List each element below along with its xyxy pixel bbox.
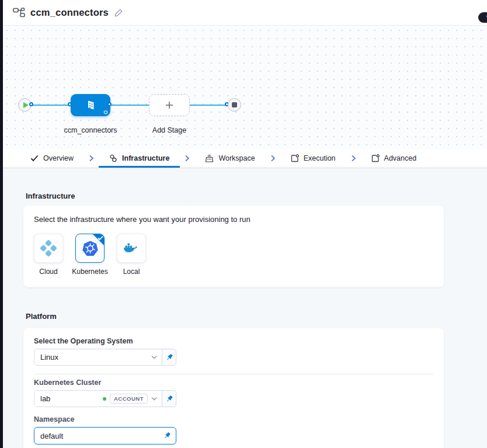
connector-status-dot [103, 397, 106, 401]
conditional-execution-icon [103, 110, 108, 114]
os-runtime-pin-button[interactable] [162, 349, 176, 365]
namespace-field-label: Namespace [34, 415, 433, 423]
advanced-icon [371, 154, 380, 162]
stage-in-port [68, 102, 72, 106]
tab-infrastructure[interactable]: Infrastructure [98, 149, 181, 168]
cluster-select[interactable]: lab ACCOUNT [34, 391, 162, 407]
start-port [29, 102, 33, 106]
execution-icon [291, 154, 299, 162]
infra-option-cloud[interactable]: Cloud [34, 234, 63, 276]
workspace-icon [205, 154, 214, 162]
chevron-right-icon [89, 155, 94, 162]
os-select-group: Linux [34, 349, 176, 366]
infrastructure-card: Select the infrastructure where you want… [23, 206, 444, 287]
chevron-right-icon [185, 155, 190, 162]
scope-badge: ACCOUNT [110, 394, 148, 404]
add-stage-label: Add Stage [146, 126, 193, 134]
stop-icon [232, 102, 237, 107]
play-icon [23, 102, 29, 108]
pin-icon [163, 432, 171, 440]
pipeline-canvas[interactable]: ccm_connectors Add Stage [3, 26, 487, 149]
chevron-right-icon [351, 155, 356, 162]
docker-icon [123, 242, 140, 255]
stage-node-ccm-connectors[interactable] [71, 94, 110, 116]
infrastructure-options: Cloud [34, 234, 433, 276]
platform-section-title: Platform [26, 312, 57, 321]
pipeline-header: ccm_connectors VISUAL [3, 0, 487, 26]
pipeline-icon [13, 8, 25, 18]
infrastructure-prompt: Select the infrastructure where you want… [34, 215, 433, 224]
namespace-input[interactable]: default [34, 427, 176, 444]
stage-type-icon [84, 98, 98, 112]
pin-icon [165, 353, 173, 362]
visual-yaml-toggle[interactable]: VISUAL [478, 12, 487, 23]
chevron-right-icon [270, 155, 276, 162]
stage-out-port [107, 102, 112, 106]
pin-icon [165, 395, 173, 403]
plus-icon [164, 100, 175, 110]
infrastructure-icon [109, 154, 117, 162]
chevron-down-icon [151, 397, 157, 401]
cloud-icon [40, 239, 57, 257]
platform-card: Select the Operating System Linux K [23, 328, 444, 448]
pipeline-end-node[interactable] [228, 98, 241, 112]
stage-config-tabbar: Overview Infrastructure Workspace Execut… [3, 149, 487, 168]
infrastructure-section-title: Infrastructure [26, 192, 75, 200]
cluster-runtime-pin-button[interactable] [162, 391, 176, 407]
selected-check-icon [93, 234, 104, 245]
tab-workspace[interactable]: Workspace [193, 149, 266, 168]
infra-option-kubernetes[interactable]: Kubernetes [75, 234, 105, 276]
edit-pipeline-icon[interactable] [114, 8, 123, 17]
infra-option-local[interactable]: Local [117, 234, 146, 276]
tab-advanced[interactable]: Advanced [360, 149, 429, 168]
namespace-runtime-pin-button[interactable] [162, 432, 172, 440]
cluster-select-group: lab ACCOUNT [34, 390, 176, 407]
infrastructure-panel: Infrastructure Select the infrastructure… [3, 168, 487, 448]
pipeline-title: ccm_connectors [30, 7, 109, 18]
cluster-field-label: Kubernetes Cluster [34, 378, 433, 387]
chevron-down-icon [151, 355, 157, 359]
connector-line [32, 105, 229, 106]
divider [34, 374, 433, 374]
tab-execution[interactable]: Execution [279, 149, 347, 168]
os-select[interactable]: Linux [34, 349, 162, 365]
tab-overview[interactable]: Overview [19, 149, 85, 168]
stage-label: ccm_connectors [61, 126, 120, 134]
check-icon [30, 155, 39, 162]
os-field-label: Select the Operating System [34, 337, 433, 345]
add-stage-button[interactable] [149, 94, 190, 116]
